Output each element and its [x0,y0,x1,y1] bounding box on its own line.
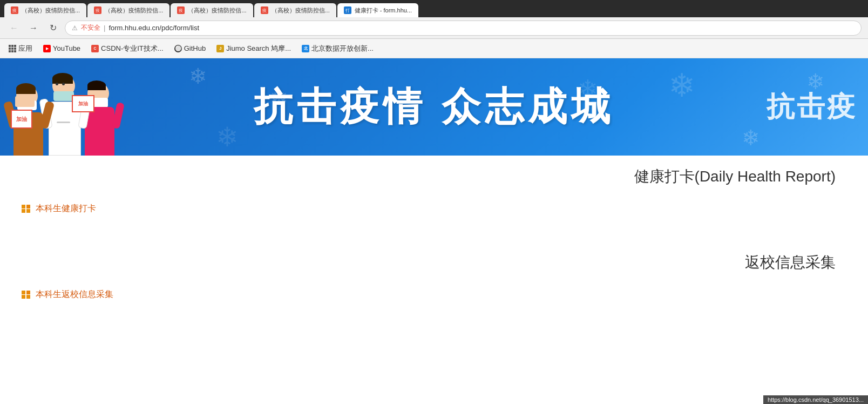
snowflake-decoration: ❄ [270,85,288,110]
bookmark-youtube[interactable]: YouTube [39,42,85,55]
list-item-row: 本科生健康打卡 [22,198,846,220]
bookmark-label: CSDN-专业IT技术... [101,44,164,53]
bookmark-label: 北京数据开放创新... [311,44,374,53]
figure-person1: 加油 [11,80,49,156]
section-health-report: 健康打卡(Daily Health Report) 本科生健康打卡 [22,166,846,220]
browser-tab[interactable]: 疫 （高校）疫情防控信... [4,3,86,17]
banner: ❄ ❄ ❄ ❄ ❄ ❄ ❄ 加油 [0,58,868,156]
banner-main-title: 抗击疫情 众志成城 [254,81,614,133]
snowflake-decoration: ❄ [668,66,695,104]
bookmark-csdn[interactable]: C CSDN-专业IT技术... [87,42,168,56]
browser-chrome: 疫 （高校）疫情防控信... 疫 （高校）疫情防控信... 疫 （高校）疫情防控… [0,0,868,58]
browser-tab[interactable]: 疫 （高校）疫情防控信... [87,3,169,17]
health-checkin-link[interactable]: 本科生健康打卡 [36,203,96,214]
browser-tab-active[interactable]: 打 健康打卡 - form.hhu... [337,3,418,17]
browser-tab[interactable]: 疫 （高校）疫情防控信... [254,3,336,17]
bookmark-jiumo[interactable]: J Jiumo Search 鸠摩... [212,42,295,56]
section-return-info: 返校信息采集 本科生返校信息采集 [22,252,846,306]
bookmark-beijing[interactable]: 北 北京数据开放创新... [297,42,378,56]
github-favicon: ⚪ [174,45,182,52]
section-title-health: 健康打卡(Daily Health Report) [22,166,836,187]
protocol-label: 不安全 [81,23,100,32]
snowflake-decoration: ❄ [742,125,760,150]
forward-button[interactable]: → [26,21,41,36]
banner-right-text: 抗击疫 [767,58,868,156]
snowflake-decoration: ❄ [189,64,207,89]
page-content: ❄ ❄ ❄ ❄ ❄ ❄ ❄ 加油 [0,58,868,382]
bookmark-label: YouTube [53,44,80,52]
address-bar-row: ← → ↻ ⚠ 不安全 | form.hhu.edu.cn/pdc/form/l… [0,17,868,39]
reload-button[interactable]: ↻ [45,21,60,36]
security-icon: ⚠ [72,24,78,32]
bookmark-github[interactable]: ⚪ GitHub [170,42,210,55]
bookmarks-bar: 应用 YouTube C CSDN-专业IT技术... ⚪ GitHub J J… [0,39,868,58]
list-icon [22,291,30,299]
apps-icon [9,45,16,52]
main-area: 健康打卡(Daily Health Report) 本科生健康打卡 返校信息采集 [0,156,868,349]
banner-figures: 加油 加油 [0,58,173,156]
youtube-favicon [43,45,51,52]
list-icon [22,205,30,213]
tab-bar: 疫 （高校）疫情防控信... 疫 （高校）疫情防控信... 疫 （高校）疫情防控… [0,0,868,17]
bookmark-label: GitHub [184,44,206,52]
jiumo-favicon: J [216,45,224,52]
address-bar[interactable]: ⚠ 不安全 | form.hhu.edu.cn/pdc/form/list [65,21,862,36]
beijing-favicon: 北 [302,45,309,52]
bookmark-apps[interactable]: 应用 [4,42,37,56]
banner-side-text: 抗击疫 [767,88,857,126]
sign-text: 加油 [16,116,27,123]
section-title-return: 返校信息采集 [22,252,836,273]
bookmark-label: 应用 [18,44,32,53]
url-text: form.hhu.edu.cn/pdc/form/list [109,24,199,32]
return-info-link[interactable]: 本科生返校信息采集 [36,289,113,300]
figure-person2: 加油 [46,72,86,156]
browser-tab[interactable]: 疫 （高校）疫情防控信... [171,3,253,17]
csdn-favicon: C [91,45,99,52]
snowflake-decoration: ❄ [578,75,598,103]
bookmark-label: Jiumo Search 鸠摩... [226,44,291,53]
sign2-text: 加油 [72,95,94,112]
back-button[interactable]: ← [6,21,22,36]
snowflake-decoration: ❄ [216,122,239,153]
list-item-row: 本科生返校信息采集 [22,284,846,306]
